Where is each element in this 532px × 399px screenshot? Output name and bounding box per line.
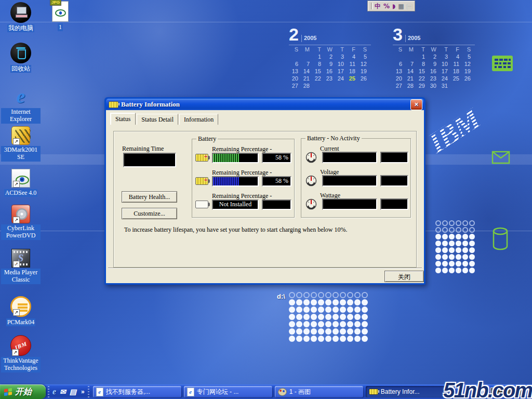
desktop-icon-internet-explorer[interactable]: eInternet Explorer bbox=[1, 85, 41, 124]
taskbar-task-ie-page[interactable]: e专门网论坛 - ... bbox=[184, 386, 272, 397]
dot bbox=[296, 299, 302, 305]
calendar-day-header: T bbox=[335, 46, 346, 52]
shortcut-arrow-icon: ↗ bbox=[13, 181, 20, 188]
dot bbox=[311, 292, 317, 298]
plus-icon: + bbox=[204, 152, 208, 161]
dot-pattern-drive bbox=[289, 292, 368, 342]
desktop-icon-my-computer[interactable]: 我的电脑 bbox=[1, 2, 41, 32]
calendar-day-header: F bbox=[450, 46, 461, 52]
show-desktop-icon[interactable]: ▤ bbox=[70, 388, 76, 396]
dot bbox=[289, 307, 295, 313]
desktop-icon-label: ThinkVantage Technologies bbox=[1, 357, 41, 373]
desktop-icon-acdsee-40[interactable]: ↗ACDSee 4.0 bbox=[1, 169, 41, 197]
dot bbox=[442, 261, 448, 267]
calendar-day: 20 bbox=[393, 75, 404, 82]
calendar-day: 31 bbox=[438, 83, 450, 89]
desktop-icon-cyberlink-powerdvd[interactable]: ↗CyberLink PowerDVD bbox=[1, 205, 41, 240]
taskbar-task-paint[interactable]: 1 - 画图 bbox=[275, 386, 363, 397]
dialog-titlebar[interactable]: Battery Information × bbox=[106, 99, 424, 110]
calendar-day: 1 bbox=[312, 54, 323, 60]
dot bbox=[469, 220, 475, 226]
dot bbox=[469, 254, 475, 260]
my-computer-icon bbox=[10, 2, 31, 23]
dot bbox=[347, 292, 353, 298]
width-mode-icon[interactable]: % bbox=[383, 3, 390, 10]
taskbar-task-battery-information[interactable]: Battery Infor... bbox=[366, 386, 454, 397]
wallpaper-line bbox=[0, 22, 532, 22]
battery-health-button[interactable]: Battery Health... bbox=[122, 191, 177, 203]
punctuation-icon[interactable]: ◗ bbox=[392, 3, 395, 10]
dot bbox=[354, 314, 361, 320]
calendar-day: 28 bbox=[404, 83, 416, 89]
calendar-day bbox=[404, 54, 416, 60]
dot bbox=[362, 336, 368, 342]
dot bbox=[469, 234, 475, 240]
dot bbox=[347, 336, 353, 342]
taskbar-task-ie-page[interactable]: e找不到服务器,... bbox=[93, 386, 181, 397]
tab-status-detail[interactable]: Status Detail bbox=[137, 114, 178, 125]
dot bbox=[442, 234, 448, 240]
close-icon[interactable]: × bbox=[410, 99, 422, 110]
dot bbox=[340, 328, 346, 335]
ie-quicklaunch-icon[interactable]: e bbox=[52, 387, 56, 396]
close-button[interactable]: 关闭 bbox=[384, 271, 424, 282]
dot bbox=[303, 314, 310, 320]
dot bbox=[449, 261, 455, 267]
calendar-day: 4 bbox=[450, 54, 461, 60]
desktop-icon-pcmark04[interactable]: ↗PCMark04 bbox=[1, 296, 41, 326]
ime-menu-icon[interactable]: ▤ bbox=[407, 3, 413, 10]
dot bbox=[442, 268, 448, 273]
desktop-icon-media-player-classic[interactable]: S↗Media Player Classic bbox=[1, 249, 41, 284]
calendar-day: 9 bbox=[427, 61, 438, 67]
tab-information[interactable]: Information bbox=[179, 114, 218, 125]
no-activity-group-title: Battery - No Activity bbox=[305, 135, 362, 142]
dot bbox=[442, 241, 448, 246]
dot bbox=[325, 307, 331, 313]
task-label: 找不到服务器,... bbox=[106, 388, 150, 396]
calendar-month: 3 bbox=[393, 27, 403, 42]
desktop-icon-3dmark2001-se[interactable]: ↗3DMark2001 SE bbox=[1, 126, 41, 162]
dot bbox=[354, 307, 361, 313]
dot bbox=[311, 299, 317, 305]
calendar-day: 16 bbox=[323, 68, 335, 74]
dot bbox=[289, 314, 295, 320]
calendar-day: 23 bbox=[427, 75, 438, 82]
calendar-day: 15 bbox=[312, 68, 323, 74]
dot bbox=[435, 220, 441, 226]
overflow-chevron-icon[interactable]: » bbox=[81, 388, 85, 395]
desktop-icon-thinkvantage-technologies[interactable]: IBM↗ThinkVantage Technologies bbox=[1, 335, 41, 373]
3dmark2001-se-icon: ↗ bbox=[11, 126, 30, 145]
taskbar-handle[interactable] bbox=[88, 386, 89, 397]
tab-status[interactable]: Status bbox=[110, 113, 136, 125]
calendar-day-header: S bbox=[393, 46, 404, 52]
dot bbox=[469, 247, 475, 253]
dot bbox=[469, 241, 475, 246]
taskbar-handle[interactable] bbox=[48, 386, 49, 397]
dot bbox=[462, 241, 468, 246]
dot bbox=[462, 234, 468, 240]
customize-button[interactable]: Customize... bbox=[122, 208, 177, 219]
calendar-day: 22 bbox=[416, 75, 427, 82]
calendar-day: 7 bbox=[404, 61, 416, 67]
chinese-input-icon[interactable]: 中 bbox=[375, 3, 381, 10]
start-label: 开始 bbox=[15, 387, 32, 397]
remaining-percentage-value bbox=[262, 200, 291, 210]
dot bbox=[325, 321, 331, 327]
remaining-percentage-bar: Not Installed bbox=[212, 200, 259, 210]
ime-grip[interactable] bbox=[371, 3, 373, 9]
start-button[interactable]: 开始 bbox=[0, 384, 46, 399]
bar-fill bbox=[213, 177, 239, 185]
dot bbox=[340, 321, 346, 327]
dot bbox=[362, 307, 368, 313]
soft-keyboard-icon[interactable]: ▦ bbox=[398, 3, 404, 10]
calendar-day: 24 bbox=[335, 75, 346, 82]
desktop-icon-jpg-file-1[interactable]: 1 bbox=[46, 1, 75, 31]
outlook-express-icon[interactable]: ✉ bbox=[60, 388, 66, 396]
calendar-year: 2005 bbox=[301, 35, 316, 42]
ime-language-bar[interactable]: 中%◗▦▤ bbox=[367, 1, 415, 11]
dot bbox=[469, 268, 475, 273]
calendar-day bbox=[300, 54, 312, 60]
dot bbox=[303, 299, 310, 305]
dot bbox=[340, 307, 346, 313]
desktop-icon-recycle-bin[interactable]: 回收站 bbox=[1, 43, 41, 73]
